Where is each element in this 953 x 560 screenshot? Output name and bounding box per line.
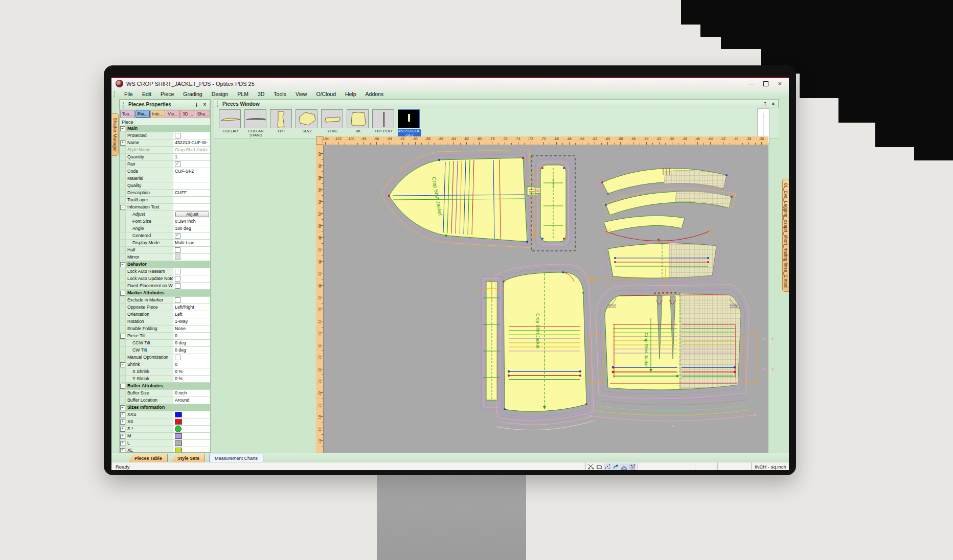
prop-row-protected[interactable]: Protected: [120, 132, 210, 139]
piece-collar-2[interactable]: [604, 216, 713, 241]
piece-thumbnail-yoke[interactable]: YOKE: [321, 109, 344, 133]
checkbox-mirror[interactable]: [175, 254, 180, 260]
prop-value-half[interactable]: [173, 247, 210, 253]
prop-row-code[interactable]: CodeCUF-SI-2: [120, 168, 210, 175]
prop-row-lock-auto-update-notc[interactable]: Lock Auto Update Notc: [120, 275, 210, 283]
piece-collar-stand[interactable]: [602, 189, 736, 216]
row-expander[interactable]: +: [120, 139, 126, 146]
grading-chart-icon[interactable]: [628, 463, 636, 470]
prop-row-enable-folding[interactable]: Enable FoldingNone: [120, 325, 210, 333]
size-color-chip[interactable]: [175, 412, 182, 417]
menu-item-grading[interactable]: Grading: [178, 89, 207, 99]
prop-row-tool-layer[interactable]: Tool/Layer: [120, 197, 210, 204]
restore-button[interactable]: [763, 81, 768, 86]
menu-item-view[interactable]: View: [291, 89, 312, 99]
prop-row-exclude-in-marker[interactable]: Exclude in Marker: [120, 297, 210, 304]
prop-value-m[interactable]: [173, 433, 210, 439]
piece-collar[interactable]: [599, 165, 731, 197]
piece-thumbnail-image[interactable]: [321, 109, 343, 128]
prop-row-centered[interactable]: Centered: [120, 232, 210, 240]
pin-icon[interactable]: [194, 102, 199, 107]
prop-row-behavior[interactable]: –Behavior: [120, 261, 210, 268]
checkbox-manual-optimization[interactable]: [175, 355, 180, 360]
prop-row-x-shrink[interactable]: X Shrink0 %: [120, 368, 210, 376]
prop-row-main[interactable]: –Main: [120, 125, 210, 132]
menu-item-plm[interactable]: PLM: [233, 89, 253, 99]
properties-tab-too[interactable]: Too...: [120, 110, 135, 118]
row-expander[interactable]: –: [120, 261, 126, 268]
size-color-chip[interactable]: [175, 440, 182, 446]
prop-row-style-name[interactable]: Style NameCrop Shirt Jacke: [120, 147, 210, 154]
prop-value-rotation[interactable]: 1-Way: [173, 318, 210, 325]
checkbox-protected[interactable]: [175, 133, 180, 138]
properties-tab-3d[interactable]: 3D ...: [180, 110, 195, 118]
piece-thumbnail-452213-cuf-si-2[interactable]: 452213-CUF -SI-2: [398, 109, 421, 137]
prop-row-display-mode[interactable]: Display ModeMulti-Line: [120, 240, 210, 247]
checkbox-pair[interactable]: [175, 161, 180, 167]
prop-row-cw-tilt[interactable]: CW Tilt0 deg: [120, 347, 210, 354]
prop-row-m[interactable]: +M: [120, 433, 210, 440]
prop-value-font-size[interactable]: 0.394 inch: [173, 218, 210, 225]
row-expander[interactable]: +: [120, 411, 126, 418]
prop-row-angle[interactable]: Angle180 deg: [120, 225, 210, 232]
prop-value-display-mode[interactable]: Multi-Line: [173, 240, 210, 246]
bottom-tab-measurement-charts[interactable]: Measurement Charts: [209, 454, 263, 462]
prop-value-quality[interactable]: [173, 182, 210, 189]
checkbox-exclude-in-marker[interactable]: [175, 297, 180, 303]
size-color-chip[interactable]: [175, 433, 182, 439]
row-expander[interactable]: –: [120, 204, 126, 211]
prop-value-mirror[interactable]: [173, 254, 210, 261]
prop-row-quality[interactable]: Quality: [120, 182, 210, 190]
bottom-tab-style-sets[interactable]: Style Sets: [172, 454, 205, 462]
prop-row-font-size[interactable]: Font Size0.394 inch: [120, 218, 210, 225]
prop-row-material[interactable]: Material: [120, 175, 210, 182]
row-expander[interactable]: +: [120, 433, 126, 439]
prop-value-xs[interactable]: [173, 418, 210, 425]
prop-value-exclude-in-marker[interactable]: [173, 297, 210, 304]
prop-row-buffer-location[interactable]: Buffer LocationAround: [120, 397, 210, 404]
menu-item-o-cloud[interactable]: O/Cloud: [311, 89, 341, 99]
prop-value-material[interactable]: [173, 175, 210, 182]
close-button[interactable]: ×: [778, 81, 782, 86]
close-panel-icon[interactable]: ×: [770, 101, 776, 107]
row-expander[interactable]: +: [120, 447, 126, 452]
row-expander[interactable]: +: [120, 440, 126, 447]
prop-value-protected[interactable]: [173, 132, 210, 139]
prop-value-name[interactable]: 452213-CUF-SI-: [173, 139, 210, 146]
prop-row-lock-auto-reseam[interactable]: Lock Auto Reseam: [120, 268, 210, 275]
prop-row-manual-optimization[interactable]: Manual Optimization: [120, 354, 210, 361]
menu-item-design[interactable]: Design: [207, 89, 233, 99]
piece-thumbnail-collar[interactable]: COLLAR: [219, 109, 242, 133]
prop-value-cw-tilt[interactable]: 0 deg: [173, 347, 210, 354]
hand-tool-icon[interactable]: [612, 463, 620, 470]
prop-value-opposite-piece[interactable]: Left/Right: [173, 304, 210, 311]
pin-icon[interactable]: [762, 101, 768, 107]
row-expander[interactable]: –: [120, 125, 126, 132]
prop-value-angle[interactable]: 180 deg: [173, 225, 210, 232]
shader-manager-tab[interactable]: Shader Manager: [112, 113, 119, 156]
bottom-tab-pieces-table[interactable]: Pieces Table: [129, 454, 168, 462]
prop-row-mirror[interactable]: Mirror: [120, 254, 210, 261]
arc-tool-icon[interactable]: [620, 463, 628, 470]
prop-row-information-text[interactable]: –Information Text: [120, 204, 210, 211]
piece-thumbnail-frt[interactable]: FRT: [270, 109, 293, 133]
prop-row-shrink[interactable]: –Shrink0: [120, 361, 210, 368]
prop-value-centered[interactable]: [173, 232, 210, 239]
prop-value-style-name[interactable]: Crop Shirt Jacke: [173, 147, 210, 153]
prop-value-piece-tilt[interactable]: 0: [173, 333, 210, 339]
piece-thumbnail-image[interactable]: [219, 109, 241, 128]
prop-row-y-shrink[interactable]: Y Shrink0 %: [120, 376, 210, 383]
properties-tab-pie[interactable]: Pie...: [135, 110, 150, 118]
properties-tab-sha[interactable]: Sha...: [196, 110, 211, 118]
prop-row-xl[interactable]: +XL: [120, 447, 210, 452]
menu-item-file[interactable]: File: [120, 89, 138, 99]
prop-row-buffer-size[interactable]: Buffer Size0 inch: [120, 390, 210, 397]
row-expander[interactable]: +: [120, 426, 126, 432]
measure-tool-icon[interactable]: [587, 463, 595, 470]
minimize-button[interactable]: —: [748, 81, 754, 86]
size-color-chip[interactable]: [175, 448, 182, 452]
checkbox-fixed-placement-on-w[interactable]: [175, 283, 180, 289]
prop-value-x-shrink[interactable]: 0 %: [173, 368, 210, 375]
prop-value-ccw-tilt[interactable]: 0 deg: [173, 340, 210, 346]
checkbox-lock-auto-reseam[interactable]: [175, 269, 180, 274]
